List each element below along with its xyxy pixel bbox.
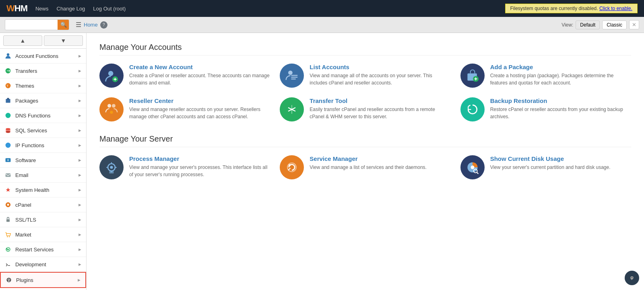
sidebar-item-ip-functions[interactable]: IP Functions ►	[0, 138, 86, 153]
sidebar-label-ip-functions: IP Functions	[15, 142, 44, 148]
user-add-svg	[104, 68, 119, 83]
service-manager-title[interactable]: Service Manager	[310, 155, 427, 162]
svg-point-40	[289, 164, 291, 166]
svg-point-17	[7, 236, 8, 237]
sidebar-item-plugins[interactable]: Plugins ►	[0, 272, 86, 288]
svg-line-44	[477, 173, 478, 174]
card-process-manager[interactable]: Process Manager View and manage your ser…	[99, 155, 270, 179]
backup-restoration-content: Backup Restoration Restore cPanel or res…	[490, 97, 631, 120]
arrow-transfers: ►	[78, 68, 82, 73]
sidebar-item-cpanel[interactable]: cPanel ►	[0, 197, 86, 212]
svg-point-9	[6, 131, 10, 133]
sidebar-nav-down[interactable]: ▼	[44, 35, 83, 46]
process-manager-desc: View and manage your server's processes.…	[129, 164, 270, 178]
svg-rect-5	[7, 98, 9, 100]
create-account-icon	[99, 64, 124, 88]
reseller-center-content: Reseller Center View and manage reseller…	[129, 97, 270, 120]
arrow-packages: ►	[78, 98, 82, 103]
sidebar-nav-up[interactable]: ▲	[3, 35, 42, 46]
create-account-title[interactable]: Create a New Account	[129, 64, 270, 70]
service-svg	[285, 160, 299, 175]
sidebar-label-dns-functions: DNS Functions	[15, 113, 50, 119]
transfer-svg	[285, 102, 299, 117]
add-package-svg	[465, 68, 480, 83]
svg-rect-28	[291, 77, 298, 78]
list-accounts-svg	[285, 68, 299, 83]
reseller-center-title[interactable]: Reseller Center	[129, 97, 270, 104]
view-close-button[interactable]: ✕	[629, 20, 639, 29]
sidebar-label-system-health: System Health	[15, 187, 50, 193]
sidebar-item-transfers[interactable]: Transfers ►	[0, 64, 86, 78]
sidebar-item-sql-services[interactable]: SQL Services ►	[0, 123, 86, 138]
reseller-svg	[104, 102, 119, 117]
add-package-title[interactable]: Add a Package	[490, 64, 631, 70]
card-service-manager[interactable]: Service Manager View and manage a list o…	[280, 155, 450, 179]
list-accounts-title[interactable]: List Accounts	[310, 64, 450, 70]
sidebar-item-development[interactable]: Development ►	[0, 257, 86, 272]
sidebar-item-account-functions[interactable]: Account Functions ►	[0, 49, 86, 64]
card-transfer-tool[interactable]: Transfer Tool Easily transfer cPanel and…	[280, 97, 450, 121]
svg-point-32	[107, 104, 111, 108]
search-input[interactable]	[5, 21, 58, 29]
nav-links: News Change Log Log Out (root)	[35, 6, 126, 12]
sidebar-item-themes[interactable]: T Themes ►	[0, 78, 86, 93]
process-manager-title[interactable]: Process Manager	[129, 155, 270, 162]
search-button[interactable]: 🔍	[58, 20, 69, 30]
home-link[interactable]: Home	[84, 22, 98, 28]
card-reseller-center[interactable]: Reseller Center View and manage reseller…	[99, 97, 270, 121]
svg-rect-13	[6, 173, 11, 177]
market-icon	[4, 230, 12, 239]
transfer-tool-title[interactable]: Transfer Tool	[310, 97, 450, 104]
sidebar-item-market[interactable]: Market ►	[0, 227, 86, 242]
account-functions-icon	[4, 52, 12, 60]
nav-news[interactable]: News	[35, 6, 49, 12]
section-title-accounts: Manage Your Accounts	[99, 43, 631, 56]
svg-point-24	[108, 71, 114, 76]
sidebar-item-email[interactable]: Email ►	[0, 168, 86, 183]
sidebar-item-back-to-top[interactable]: Back To Top	[0, 288, 86, 290]
card-backup-restoration[interactable]: Backup Restoration Restore cPanel or res…	[460, 97, 631, 121]
process-manager-content: Process Manager View and manage your ser…	[129, 155, 270, 178]
chat-icon	[628, 274, 636, 282]
sidebar-item-software[interactable]: Software ►	[0, 153, 86, 168]
card-create-account[interactable]: Create a New Account Create a cPanel or …	[99, 64, 270, 88]
alert-text: Filesystem quotas are currently disabled…	[510, 6, 598, 11]
reseller-icon	[99, 97, 124, 121]
svg-rect-29	[291, 78, 296, 79]
menu-icon[interactable]: ☰	[76, 21, 81, 29]
add-package-content: Add a Package Create a hosting plan (pac…	[490, 64, 631, 86]
sidebar-item-packages[interactable]: Packages ►	[0, 93, 86, 108]
section-title-server: Manage Your Server	[99, 134, 631, 147]
svg-point-12	[7, 159, 9, 161]
list-accounts-content: List Accounts View and manage all of the…	[310, 64, 450, 86]
view-classic-button[interactable]: Classic	[602, 21, 627, 29]
arrow-cpanel: ►	[78, 202, 82, 207]
help-icon[interactable]: ?	[100, 21, 107, 29]
nav-changelog[interactable]: Change Log	[57, 6, 85, 12]
sidebar-label-email: Email	[15, 172, 29, 178]
sidebar-label-development: Development	[15, 261, 46, 267]
card-add-package[interactable]: Add a Package Create a hosting plan (pac…	[460, 64, 631, 88]
alert-link[interactable]: Click to enable.	[599, 6, 632, 11]
backup-restoration-title[interactable]: Backup Restoration	[490, 97, 631, 104]
chat-support-button[interactable]	[625, 271, 639, 285]
sidebar-item-ssl-tls[interactable]: SSL/TLS ►	[0, 212, 86, 227]
disk-usage-title[interactable]: Show Current Disk Usage	[490, 155, 611, 162]
disk-svg	[465, 160, 480, 175]
sidebar-item-system-health[interactable]: System Health ►	[0, 183, 86, 197]
list-accounts-desc: View and manage all of the accounts on y…	[310, 72, 450, 86]
arrow-sql-services: ►	[78, 128, 82, 133]
card-disk-usage[interactable]: Show Current Disk Usage View your server…	[460, 155, 631, 179]
sidebar-item-restart-services[interactable]: Restart Services ►	[0, 242, 86, 257]
nav-logout[interactable]: Log Out (root)	[93, 6, 126, 12]
view-default-button[interactable]: Default	[576, 21, 600, 29]
create-account-content: Create a New Account Create a cPanel or …	[129, 64, 270, 86]
arrow-ssl-tls: ►	[78, 217, 82, 222]
sidebar-item-dns-functions[interactable]: DNS Functions ►	[0, 108, 86, 123]
card-list-accounts[interactable]: List Accounts View and manage all of the…	[280, 64, 450, 88]
arrow-software: ►	[78, 158, 82, 162]
restart-icon	[4, 245, 12, 253]
process-svg	[104, 160, 119, 175]
breadcrumb: ☰ Home ?	[76, 21, 107, 29]
arrow-themes: ►	[78, 83, 82, 88]
